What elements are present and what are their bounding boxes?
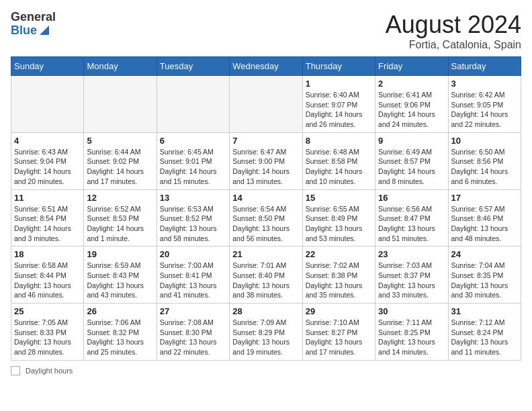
calendar-week-4: 18Sunrise: 6:58 AM Sunset: 8:44 PM Dayli… <box>11 246 521 304</box>
day-info: Sunrise: 7:12 AM Sunset: 8:24 PM Dayligh… <box>451 318 518 357</box>
day-number: 18 <box>14 249 81 259</box>
calendar-cell: 2Sunrise: 6:41 AM Sunset: 9:06 PM Daylig… <box>375 76 448 133</box>
day-info: Sunrise: 7:06 AM Sunset: 8:32 PM Dayligh… <box>87 318 153 357</box>
day-number: 22 <box>306 249 372 259</box>
day-number: 2 <box>378 79 445 89</box>
day-info: Sunrise: 7:08 AM Sunset: 8:30 PM Dayligh… <box>160 318 226 357</box>
day-number: 3 <box>451 79 518 89</box>
day-number: 1 <box>306 79 372 89</box>
day-info: Sunrise: 7:00 AM Sunset: 8:41 PM Dayligh… <box>160 261 226 300</box>
day-number: 23 <box>378 249 445 259</box>
day-header-sunday: Sunday <box>11 57 84 76</box>
calendar-week-3: 11Sunrise: 6:51 AM Sunset: 8:54 PM Dayli… <box>11 189 521 246</box>
calendar-cell: 5Sunrise: 6:44 AM Sunset: 9:02 PM Daylig… <box>84 132 157 189</box>
calendar-cell: 10Sunrise: 6:50 AM Sunset: 8:56 PM Dayli… <box>448 132 521 189</box>
day-header-tuesday: Tuesday <box>157 57 229 76</box>
footer: Daylight hours <box>11 366 521 375</box>
day-number: 19 <box>87 249 153 259</box>
calendar-cell: 8Sunrise: 6:48 AM Sunset: 8:58 PM Daylig… <box>302 132 375 189</box>
day-info: Sunrise: 7:02 AM Sunset: 8:38 PM Dayligh… <box>306 261 372 300</box>
calendar-cell: 9Sunrise: 6:49 AM Sunset: 8:57 PM Daylig… <box>375 132 448 189</box>
calendar-cell: 12Sunrise: 6:52 AM Sunset: 8:53 PM Dayli… <box>84 189 157 246</box>
day-number: 7 <box>232 136 299 146</box>
logo-triangle-icon <box>38 24 50 36</box>
day-number: 28 <box>232 306 299 316</box>
calendar-cell: 29Sunrise: 7:10 AM Sunset: 8:27 PM Dayli… <box>302 304 375 361</box>
day-info: Sunrise: 6:43 AM Sunset: 9:04 PM Dayligh… <box>14 147 81 187</box>
day-number: 16 <box>378 193 445 203</box>
day-info: Sunrise: 6:53 AM Sunset: 8:52 PM Dayligh… <box>160 204 226 244</box>
logo-general: General <box>11 11 56 24</box>
calendar-cell: 28Sunrise: 7:09 AM Sunset: 8:29 PM Dayli… <box>230 304 302 361</box>
calendar-cell: 30Sunrise: 7:11 AM Sunset: 8:25 PM Dayli… <box>375 304 448 361</box>
day-info: Sunrise: 7:04 AM Sunset: 8:35 PM Dayligh… <box>451 261 518 300</box>
daylight-label: Daylight hours <box>26 367 73 375</box>
calendar-cell: 13Sunrise: 6:53 AM Sunset: 8:52 PM Dayli… <box>157 189 229 246</box>
day-number: 11 <box>14 193 81 203</box>
day-info: Sunrise: 6:59 AM Sunset: 8:43 PM Dayligh… <box>87 261 153 300</box>
day-info: Sunrise: 7:05 AM Sunset: 8:33 PM Dayligh… <box>14 318 81 357</box>
calendar-cell: 7Sunrise: 6:47 AM Sunset: 9:00 PM Daylig… <box>230 132 302 189</box>
calendar-cell <box>230 76 302 133</box>
location-subtitle: Fortia, Catalonia, Spain <box>386 39 521 51</box>
day-number: 24 <box>451 249 518 259</box>
day-number: 21 <box>232 249 299 259</box>
day-info: Sunrise: 6:48 AM Sunset: 8:58 PM Dayligh… <box>306 147 372 187</box>
day-number: 5 <box>87 136 153 146</box>
day-info: Sunrise: 7:11 AM Sunset: 8:25 PM Dayligh… <box>378 318 445 357</box>
logo-blue: Blue <box>11 24 37 38</box>
calendar-cell <box>157 76 229 133</box>
day-info: Sunrise: 6:45 AM Sunset: 9:01 PM Dayligh… <box>160 147 226 187</box>
month-year-title: August 2024 <box>386 11 521 39</box>
calendar-cell: 11Sunrise: 6:51 AM Sunset: 8:54 PM Dayli… <box>11 189 84 246</box>
day-number: 26 <box>87 306 153 316</box>
day-info: Sunrise: 6:58 AM Sunset: 8:44 PM Dayligh… <box>14 261 81 300</box>
calendar-cell: 3Sunrise: 6:42 AM Sunset: 9:05 PM Daylig… <box>448 76 521 133</box>
day-number: 8 <box>306 136 372 146</box>
calendar-cell: 19Sunrise: 6:59 AM Sunset: 8:43 PM Dayli… <box>84 246 157 304</box>
day-info: Sunrise: 6:52 AM Sunset: 8:53 PM Dayligh… <box>87 204 153 244</box>
calendar-cell: 21Sunrise: 7:01 AM Sunset: 8:40 PM Dayli… <box>230 246 302 304</box>
page-header: General Blue August 2024 Fortia, Catalon… <box>11 11 521 51</box>
calendar-cell: 27Sunrise: 7:08 AM Sunset: 8:30 PM Dayli… <box>157 304 229 361</box>
day-info: Sunrise: 6:56 AM Sunset: 8:47 PM Dayligh… <box>378 204 445 244</box>
day-number: 14 <box>232 193 299 203</box>
calendar-cell: 1Sunrise: 6:40 AM Sunset: 9:07 PM Daylig… <box>302 76 375 133</box>
calendar-table: SundayMondayTuesdayWednesdayThursdayFrid… <box>11 56 521 361</box>
day-number: 29 <box>306 306 372 316</box>
calendar-cell: 16Sunrise: 6:56 AM Sunset: 8:47 PM Dayli… <box>375 189 448 246</box>
day-info: Sunrise: 6:54 AM Sunset: 8:50 PM Dayligh… <box>232 204 299 244</box>
day-info: Sunrise: 7:01 AM Sunset: 8:40 PM Dayligh… <box>232 261 299 300</box>
calendar-cell: 15Sunrise: 6:55 AM Sunset: 8:49 PM Dayli… <box>302 189 375 246</box>
day-header-saturday: Saturday <box>448 57 521 76</box>
day-number: 31 <box>451 306 518 316</box>
day-info: Sunrise: 6:55 AM Sunset: 8:49 PM Dayligh… <box>306 204 372 244</box>
daylight-color-box <box>11 366 20 375</box>
calendar-cell: 4Sunrise: 6:43 AM Sunset: 9:04 PM Daylig… <box>11 132 84 189</box>
day-info: Sunrise: 6:41 AM Sunset: 9:06 PM Dayligh… <box>378 90 445 130</box>
day-info: Sunrise: 6:42 AM Sunset: 9:05 PM Dayligh… <box>451 90 518 130</box>
day-info: Sunrise: 6:47 AM Sunset: 9:00 PM Dayligh… <box>232 147 299 187</box>
day-number: 9 <box>378 136 445 146</box>
calendar-cell: 18Sunrise: 6:58 AM Sunset: 8:44 PM Dayli… <box>11 246 84 304</box>
day-header-thursday: Thursday <box>302 57 375 76</box>
calendar-cell: 17Sunrise: 6:57 AM Sunset: 8:46 PM Dayli… <box>448 189 521 246</box>
day-info: Sunrise: 7:03 AM Sunset: 8:37 PM Dayligh… <box>378 261 445 300</box>
day-info: Sunrise: 6:51 AM Sunset: 8:54 PM Dayligh… <box>14 204 81 244</box>
day-info: Sunrise: 6:57 AM Sunset: 8:46 PM Dayligh… <box>451 204 518 244</box>
day-info: Sunrise: 6:50 AM Sunset: 8:56 PM Dayligh… <box>451 147 518 187</box>
day-number: 17 <box>451 193 518 203</box>
day-number: 27 <box>160 306 226 316</box>
day-number: 30 <box>378 306 445 316</box>
day-number: 10 <box>451 136 518 146</box>
day-number: 25 <box>14 306 81 316</box>
calendar-cell <box>84 76 157 133</box>
calendar-cell: 6Sunrise: 6:45 AM Sunset: 9:01 PM Daylig… <box>157 132 229 189</box>
calendar-week-1: 1Sunrise: 6:40 AM Sunset: 9:07 PM Daylig… <box>11 76 521 133</box>
day-number: 20 <box>160 249 226 259</box>
svg-marker-0 <box>40 26 49 35</box>
day-info: Sunrise: 7:09 AM Sunset: 8:29 PM Dayligh… <box>232 318 299 357</box>
calendar-cell: 26Sunrise: 7:06 AM Sunset: 8:32 PM Dayli… <box>84 304 157 361</box>
day-info: Sunrise: 6:44 AM Sunset: 9:02 PM Dayligh… <box>87 147 153 187</box>
calendar-cell: 25Sunrise: 7:05 AM Sunset: 8:33 PM Dayli… <box>11 304 84 361</box>
